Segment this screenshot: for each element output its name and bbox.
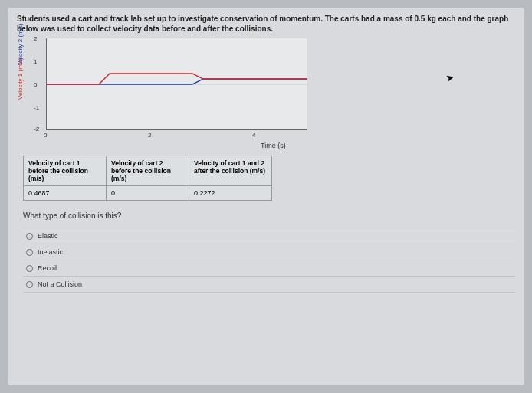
velocity-chart: Velocity 1 (m/s) Velocity 2 (m/s) 2 1 0 … [23,38,330,149]
x-axis-label: Time (s) [261,142,286,149]
table-cell: 0 [107,186,189,201]
table-header: Velocity of cart 2 before the collision … [107,156,189,186]
option-recoil[interactable]: Recoil [23,260,515,276]
table-cell: 0.4687 [24,186,107,201]
radio-icon [26,265,33,272]
option-label: Elastic [38,232,58,240]
ytick: 2 [34,35,37,42]
plot-area [46,38,307,130]
option-label: Not a Collision [38,280,82,288]
answer-options: Elastic Inelastic Recoil Not a Collision [23,228,515,293]
ytick: -1 [34,104,39,111]
radio-icon [26,233,33,240]
data-table: Velocity of cart 1 before the collision … [23,156,272,201]
option-label: Inelastic [38,248,63,256]
option-not-collision[interactable]: Not a Collision [23,276,515,293]
option-elastic[interactable]: Elastic [23,228,515,244]
y-axis-label-2: Velocity 2 (m/s) [17,23,24,65]
sub-question: What type of collision is this? [23,211,515,220]
xtick: 2 [148,132,151,139]
table-header: Velocity of cart 1 before the collision … [24,156,107,186]
table-cell: 0.2272 [189,186,272,201]
option-label: Recoil [38,264,57,272]
xtick: 0 [44,132,47,139]
ytick: 1 [34,58,37,65]
ytick: -2 [34,126,39,133]
question-prompt: Students used a cart and track lab set u… [17,14,515,34]
radio-icon [26,281,33,288]
radio-icon [26,249,33,256]
xtick: 4 [252,132,255,139]
ytick: 0 [34,81,37,88]
option-inelastic[interactable]: Inelastic [23,244,515,260]
table-header: Velocity of cart 1 and 2 after the colli… [189,156,272,186]
